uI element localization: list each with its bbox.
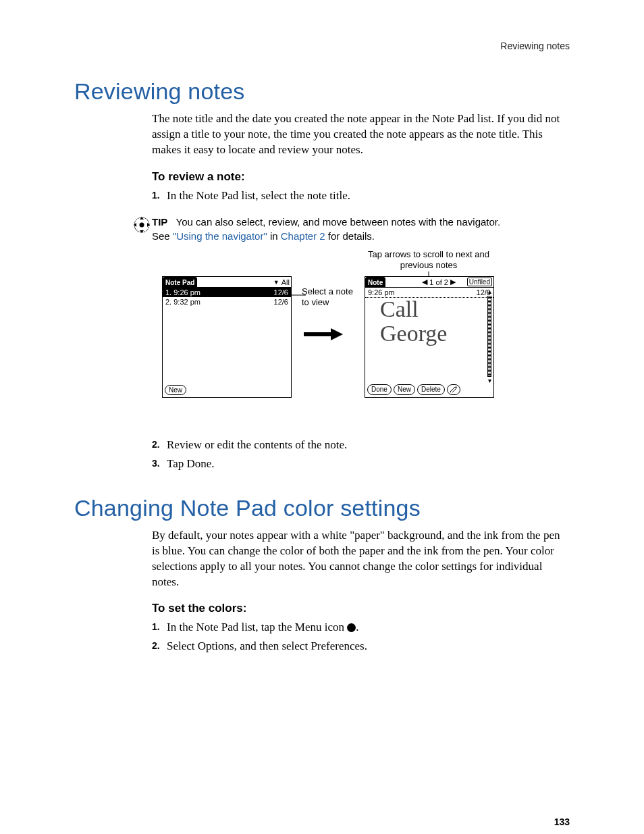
step-3: 3. Tap Done.: [152, 456, 570, 472]
link-using-navigator[interactable]: "Using the navigator": [173, 230, 267, 242]
next-note-arrow-icon[interactable]: ▶: [450, 278, 456, 286]
pen-tool-icon[interactable]: [447, 384, 460, 395]
color-step-2: 2. Select Options, and then select Prefe…: [152, 638, 570, 654]
category-unfiled[interactable]: Unfiled: [467, 278, 492, 286]
note-time: 9:26 pm: [368, 288, 395, 296]
new-button-2[interactable]: New: [394, 384, 415, 395]
subhead-set-colors: To set the colors:: [152, 602, 570, 615]
link-chapter-2[interactable]: Chapter 2: [281, 230, 325, 242]
subhead-to-review: To review a note:: [152, 170, 570, 184]
menu-icon: [347, 623, 356, 632]
new-button[interactable]: New: [165, 385, 186, 395]
tip-line1: You can also select, review, and move be…: [176, 216, 501, 228]
running-header: Reviewing notes: [74, 41, 570, 51]
svg-point-1: [140, 222, 144, 227]
heading-color-settings: Changing Note Pad color settings: [74, 495, 570, 521]
page-number: 133: [74, 816, 570, 827]
app-title-note: Note: [365, 277, 385, 288]
list-item-2[interactable]: 2. 9:32 pm 12/6: [163, 297, 291, 307]
svg-marker-5: [147, 223, 150, 227]
prev-note-arrow-icon[interactable]: ◀: [422, 278, 427, 286]
scrollbar[interactable]: ▴ ▾: [487, 289, 492, 384]
step-1: 1. In the Note Pad list, select the note…: [152, 188, 570, 204]
app-title-notepad: Note Pad: [163, 277, 197, 288]
category-all[interactable]: All: [281, 278, 290, 286]
figure-notepad-screens: Tap arrows to scroll to next and previou…: [152, 263, 570, 418]
tip-label: TIP: [152, 216, 167, 228]
color-step-1: 1. In the Note Pad list, tap the Menu ic…: [152, 619, 570, 635]
navigator-icon: [132, 215, 152, 239]
tip-block: TIP You can also select, review, and mov…: [132, 215, 570, 244]
arrow-icon: [304, 330, 344, 338]
svg-marker-4: [134, 223, 136, 227]
svg-marker-3: [140, 230, 144, 233]
list-item-1[interactable]: 1. 9:26 pm 12/6: [163, 288, 291, 297]
callout-select-note: Select a note to view: [302, 286, 356, 307]
heading-reviewing-notes: Reviewing notes: [74, 78, 570, 105]
screenshot-notepad-list: Note Pad ▼ All 1. 9:26 pm 12/6 2. 9:32 p…: [162, 276, 292, 398]
note-canvas[interactable]: Call George: [368, 297, 485, 384]
screenshot-note-view: Note ◀ 1 of 2 ▶ Unfiled 9:26 pm 12/6 Cal…: [365, 276, 494, 398]
intro-paragraph-1: The note title and the date you created …: [152, 111, 570, 158]
intro-paragraph-2: By default, your notes appear with a whi…: [152, 528, 570, 590]
step-2: 2. Review or edit the contents of the no…: [152, 437, 570, 453]
done-button[interactable]: Done: [367, 384, 392, 395]
dropdown-triangle-icon[interactable]: ▼: [273, 279, 279, 286]
delete-button[interactable]: Delete: [417, 384, 445, 395]
note-counter: 1 of 2: [429, 278, 448, 286]
svg-marker-2: [140, 217, 144, 219]
